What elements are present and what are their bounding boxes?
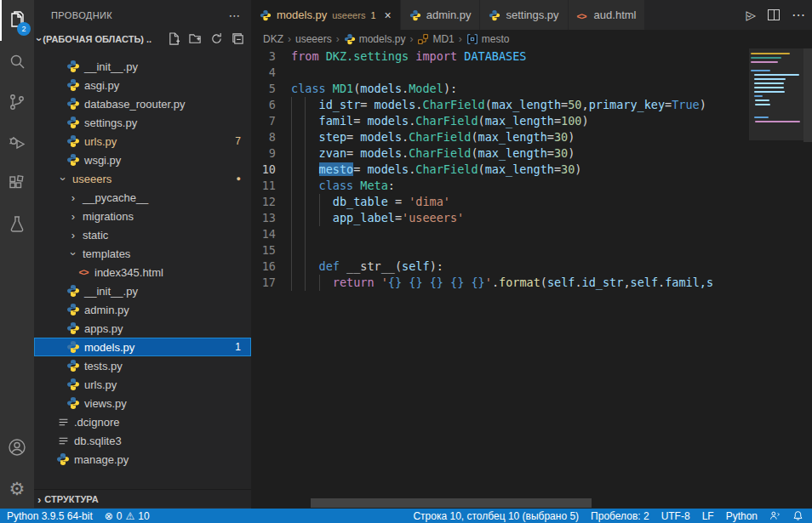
tree-item-apps.py[interactable]: apps.py [34, 319, 251, 338]
tree-item-__init__.py[interactable]: __init__.py [34, 281, 251, 300]
vertical-scrollbar[interactable] [803, 48, 812, 142]
line-number: 9 [251, 145, 291, 162]
tree-item-urls.py[interactable]: urls.py [34, 375, 251, 394]
token: True [672, 98, 700, 111]
python-interpreter[interactable]: Python 3.9.5 64-bit [7, 510, 93, 522]
tree-item-database_roouter.py[interactable]: database_roouter.py [34, 94, 251, 113]
split-editor-icon[interactable] [768, 9, 780, 20]
status-right: Строка 10, столбец 10 (выбрано 5) Пробел… [401, 510, 803, 522]
tree-item-manage.py[interactable]: manage.py [34, 450, 251, 469]
chevron-down-icon: › [34, 37, 45, 41]
tree-item-__pycache__[interactable]: ›__pycache__ [34, 188, 251, 207]
indent-guide [291, 129, 305, 145]
breadcrumb-useeers[interactable]: useeers [295, 33, 332, 45]
chevron-right-icon: › [66, 211, 80, 222]
code-editor[interactable]: 3from DKZ.settings import DATABASES45cla… [251, 48, 812, 509]
outline-section-header[interactable]: › СТРУКТУРА [34, 489, 251, 509]
token: = [395, 211, 402, 225]
activity-extensions-icon[interactable] [0, 163, 34, 204]
activity-source-control-icon[interactable] [0, 82, 34, 122]
activity-explorer-icon[interactable]: 2 [0, 0, 34, 41]
breadcrumb-mesto[interactable]: mesto [466, 33, 510, 45]
tree-item-label: __init__.py [84, 60, 138, 73]
run-python-button[interactable]: ▷› [746, 8, 756, 23]
tree-item-label: urls.py [84, 135, 117, 148]
tree-item-index345.html[interactable]: <>index345.html [34, 263, 251, 281]
tree-item-.dcignore[interactable]: .dcignore [34, 412, 251, 431]
tree-item-views.py[interactable]: views.py [34, 394, 251, 412]
horizontal-scrollbar[interactable] [311, 498, 592, 508]
tree-item-admin.py[interactable]: admin.py [34, 300, 251, 319]
tree-item-templates[interactable]: ›templates [34, 244, 251, 263]
token: 50 [568, 98, 581, 111]
tree-item-wsgi.py[interactable]: wsgi.py [34, 151, 251, 169]
indent-guide [291, 97, 305, 113]
sidebar-more-icon[interactable]: ⋯ [229, 9, 241, 22]
tab-admin.py[interactable]: admin.py [401, 0, 481, 30]
eol-sequence[interactable]: LF [702, 510, 714, 522]
workspace-section-header[interactable]: › (РАБОЧАЯ ОБЛАСТЬ) ... [34, 30, 251, 48]
tree-item-clipped[interactable] [34, 48, 251, 57]
breadcrumb-models.py[interactable]: models.py [344, 33, 406, 45]
token: = [554, 162, 561, 176]
tab-models.py[interactable]: models.pyuseeers1× [251, 0, 401, 30]
cursor-position[interactable]: Строка 10, столбец 10 (выбрано 5) [413, 510, 579, 522]
tree-item-models.py[interactable]: models.py1 [34, 338, 251, 356]
activity-search-icon[interactable] [0, 41, 34, 82]
line-number: 17 [251, 275, 291, 291]
token: zvan [319, 146, 347, 160]
breadcrumb-MD1[interactable]: MD1 [417, 33, 454, 45]
indentation[interactable]: Пробелов: 2 [591, 510, 649, 522]
language-mode[interactable]: Python [726, 510, 758, 522]
token: import [415, 49, 457, 63]
tree-item-tests.py[interactable]: tests.py [34, 356, 251, 375]
tree-item-label: db.sqlite3 [74, 435, 122, 447]
activity-settings-gear-icon[interactable]: ⚙ [0, 468, 34, 509]
line-content [291, 65, 812, 81]
python-icon [409, 9, 421, 21]
tree-item-label: index345.html [94, 266, 163, 279]
tab-aud.html[interactable]: <>aud.html [569, 0, 646, 30]
notifications-bell-icon[interactable] [792, 510, 803, 521]
tree-item-__init__.py[interactable]: __init__.py [34, 57, 251, 76]
tab-bar: models.pyuseeers1×admin.pysettings.py<>a… [251, 0, 812, 30]
breadcrumb-DKZ[interactable]: DKZ [263, 33, 283, 45]
tab-label: settings.py [506, 9, 558, 21]
tree-item-urls.py[interactable]: urls.py7 [34, 132, 251, 151]
problems-indicator[interactable]: ⊗ 0 ⚠ 10 [105, 510, 150, 522]
indent-guide [305, 97, 318, 113]
activity-account-icon[interactable] [0, 427, 34, 468]
token: models [375, 98, 416, 111]
tree-item-db.sqlite3[interactable]: db.sqlite3 [34, 431, 251, 450]
line-number: 3 [251, 48, 291, 65]
tab-settings.py[interactable]: settings.py [480, 0, 568, 30]
tree-item-label: static [83, 229, 108, 242]
more-actions-icon[interactable]: ⋯ [792, 7, 805, 23]
token: models [367, 162, 409, 176]
tree-item-settings.py[interactable]: settings.py [34, 113, 251, 132]
activity-run-debug-icon[interactable] [0, 122, 34, 163]
minimap[interactable] [749, 48, 803, 509]
close-icon[interactable]: × [385, 9, 392, 22]
token: max_length [492, 98, 561, 111]
activity-testing-icon[interactable] [0, 204, 34, 245]
token: = [353, 114, 367, 128]
collapse-all-icon[interactable] [232, 32, 244, 47]
new-folder-icon[interactable] [189, 32, 202, 47]
tree-item-useeers[interactable]: ›useeers● [34, 169, 251, 188]
new-file-icon[interactable] [168, 32, 180, 47]
tree-item-asgi.py[interactable]: asgi.py [34, 76, 251, 94]
line-content: class MD1(models.Model): [291, 81, 812, 97]
run-dropdown-icon[interactable]: › [745, 14, 755, 18]
line-number: 14 [251, 226, 291, 242]
feedback-icon[interactable] [769, 510, 781, 521]
tree-item-migrations[interactable]: ›migrations [34, 207, 251, 225]
activity-bar: 2⚙ [0, 0, 34, 509]
minimap-slider[interactable] [749, 48, 803, 140]
encoding[interactable]: UTF-8 [661, 510, 690, 522]
tab-dirty-count: 1 [370, 10, 375, 20]
python-icon [66, 284, 80, 298]
tree-item-label: useeers [72, 173, 112, 185]
refresh-icon[interactable] [210, 32, 223, 47]
tree-item-static[interactable]: ›static [34, 225, 251, 244]
